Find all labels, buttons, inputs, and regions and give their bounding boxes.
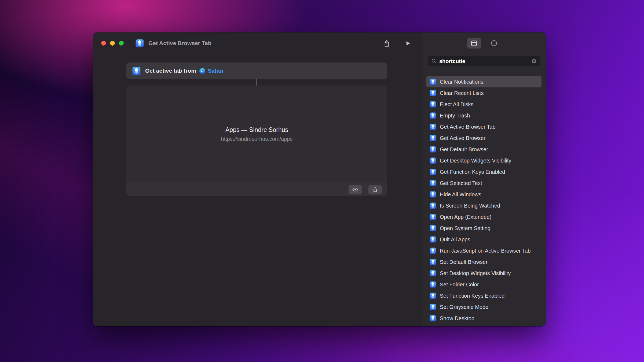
action-label: Clear Notifications xyxy=(440,79,483,85)
window-title: Get Active Browser Tab xyxy=(148,40,211,46)
action-list-item[interactable]: Get Desktop Widgets Visibility xyxy=(426,155,541,166)
shortcuts-action-icon xyxy=(430,124,436,130)
action-list-item[interactable]: Eject All Disks xyxy=(426,99,541,110)
share-result-button[interactable] xyxy=(368,185,382,194)
info-icon xyxy=(491,40,497,47)
shortcuts-action-icon xyxy=(430,112,436,119)
action-list-item[interactable]: Hide All Windows xyxy=(426,189,541,200)
shortcuts-action-icon xyxy=(430,135,436,141)
action-list-item[interactable]: Get Active Browser xyxy=(426,132,541,144)
shortcuts-action-icon xyxy=(430,304,436,310)
action-list-item[interactable]: Clear Recent Lists xyxy=(426,87,541,99)
app-parameter-label: Safari xyxy=(208,68,223,74)
shortcuts-action-icon xyxy=(430,146,436,153)
search-input[interactable] xyxy=(439,58,529,64)
close-button[interactable] xyxy=(101,41,106,46)
action-label: Open App (Extended) xyxy=(440,214,491,220)
traffic-lights xyxy=(101,41,124,46)
shortcuts-action-icon xyxy=(430,270,436,276)
action-list-item[interactable]: Open App (Extended) xyxy=(426,211,541,223)
shortcuts-action-icon xyxy=(430,191,436,198)
shortcuts-action-icon xyxy=(430,202,436,209)
run-button[interactable] xyxy=(404,40,411,47)
result-url: https://sindresorhus.com/apps xyxy=(221,136,293,142)
action-list-item[interactable]: Show Desktop xyxy=(426,313,541,324)
action-label: Quit All Apps xyxy=(440,237,470,243)
action-label: Open System Setting xyxy=(440,225,491,231)
action-list-item[interactable]: Empty Trash xyxy=(426,110,541,121)
action-label: Set Desktop Widgets Visibility xyxy=(440,270,511,276)
action-label: Run JavaScript on Active Browser Tab xyxy=(440,248,531,254)
shortcuts-action-icon xyxy=(430,293,436,299)
shortcuts-action-icon xyxy=(430,90,436,96)
result-footer xyxy=(126,183,387,196)
result-preview-card: Apps — Sindre Sorhus https://sindresorhu… xyxy=(126,86,387,196)
action-list-item[interactable]: Clear Notifications xyxy=(426,76,541,87)
action-list: Clear NotificationsClear Recent ListsEje… xyxy=(426,76,541,326)
action-label: Show Desktop xyxy=(440,315,474,322)
clear-search-button[interactable] xyxy=(531,58,537,64)
action-list-item[interactable]: Set Desktop Widgets Visibility xyxy=(426,268,541,279)
shortcuts-action-icon xyxy=(430,248,436,254)
shortcuts-action-icon xyxy=(430,259,436,265)
action-list-item[interactable]: Get Active Browser Tab xyxy=(426,121,541,132)
action-label: Get Desktop Widgets Visibility xyxy=(440,158,511,164)
action-list-item[interactable]: Set Function Keys Enabled xyxy=(426,290,541,301)
action-label: Set Grayscale Mode xyxy=(440,304,488,310)
action-label: Get Active Browser xyxy=(440,135,485,141)
sidebar-tabs xyxy=(422,38,546,49)
zoom-button[interactable] xyxy=(119,41,124,46)
shortcuts-editor-window: Get Active Browser Tab xyxy=(93,32,546,326)
action-list-item[interactable]: Run JavaScript on Active Browser Tab xyxy=(426,245,541,256)
shortcuts-action-icon xyxy=(430,101,436,108)
shortcuts-app-icon xyxy=(136,39,144,47)
action-list-item[interactable]: Is Screen Being Watched xyxy=(426,200,541,211)
shortcuts-action-icon xyxy=(430,157,436,164)
action-list-item[interactable]: Quit All Apps xyxy=(426,234,541,245)
toolbar-actions xyxy=(383,40,414,47)
app-parameter-token[interactable]: Safari xyxy=(199,68,223,74)
action-label: Set Folder Color xyxy=(440,282,479,288)
action-label: Set Function Keys Enabled xyxy=(440,293,504,299)
action-label: Set Default Browser xyxy=(440,259,488,265)
action-label: Eject All Disks xyxy=(440,101,474,108)
share-icon xyxy=(372,187,378,193)
action-label: Get Default Browser xyxy=(440,146,488,153)
shortcuts-action-icon xyxy=(430,214,436,220)
action-label: Get Function Keys Enabled xyxy=(440,169,505,175)
action-label: Clear Recent Lists xyxy=(440,90,484,96)
action-list-item[interactable]: Get Selected Text xyxy=(426,178,541,189)
shortcuts-action-icon xyxy=(430,281,436,288)
action-list-item[interactable]: Set Default Browser xyxy=(426,256,541,268)
search-field[interactable] xyxy=(428,56,540,67)
action-library-sidebar: Clear NotificationsClear Recent ListsEje… xyxy=(422,32,546,326)
shortcuts-action-icon xyxy=(430,169,436,175)
action-list-item[interactable]: Open System Setting xyxy=(426,223,541,234)
minimize-button[interactable] xyxy=(110,41,115,46)
shortcuts-action-icon xyxy=(430,225,436,231)
titlebar: Get Active Browser Tab xyxy=(93,32,422,54)
share-button[interactable] xyxy=(383,40,390,47)
safari-icon xyxy=(199,68,205,74)
action-card-text: Get active tab from xyxy=(145,68,196,74)
action-label: Is Screen Being Watched xyxy=(440,203,500,209)
shortcuts-action-icon xyxy=(430,79,436,85)
preview-toggle-button[interactable] xyxy=(349,185,362,194)
result-body: Apps — Sindre Sorhus https://sindresorhu… xyxy=(126,86,387,183)
action-label: Get Active Browser Tab xyxy=(440,124,496,130)
action-label: Empty Trash xyxy=(440,113,470,119)
action-library-icon xyxy=(470,40,478,47)
action-list-item[interactable]: Get Function Keys Enabled xyxy=(426,166,541,178)
shortcuts-action-icon xyxy=(430,236,436,243)
action-label: Hide All Windows xyxy=(440,191,481,198)
action-list-item[interactable]: Set Grayscale Mode xyxy=(426,301,541,313)
tab-info[interactable] xyxy=(487,38,501,49)
action-list-item[interactable]: Set Folder Color xyxy=(426,279,541,290)
search-icon xyxy=(431,58,437,64)
action-list-item[interactable]: Get Default Browser xyxy=(426,144,541,155)
tab-action-library[interactable] xyxy=(467,38,481,49)
editor-pane: Get Active Browser Tab xyxy=(93,32,422,326)
action-card-get-active-tab[interactable]: Get active tab from Safari xyxy=(126,62,387,79)
eye-icon xyxy=(352,186,358,193)
shortcuts-action-icon xyxy=(430,180,436,186)
